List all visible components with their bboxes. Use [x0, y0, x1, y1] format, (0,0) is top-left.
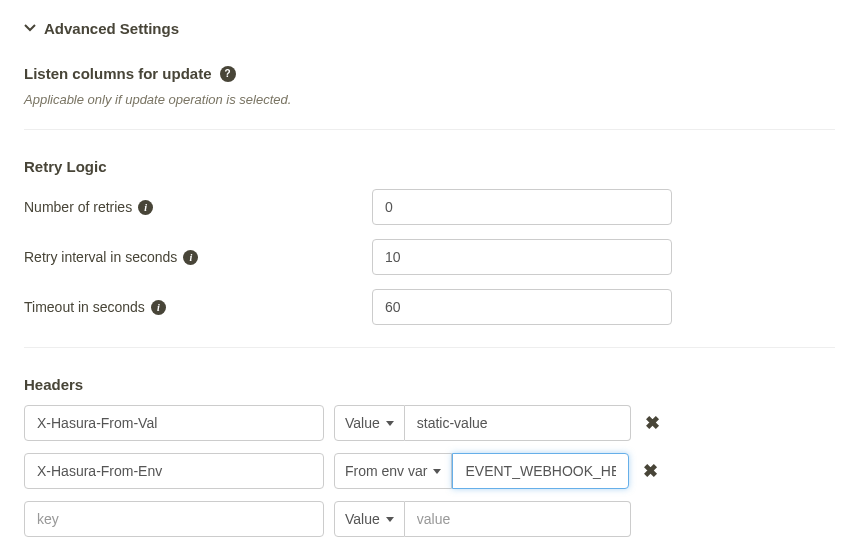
num-retries-input[interactable] — [372, 189, 672, 225]
remove-icon[interactable]: ✖ — [639, 460, 662, 482]
header-row: Value — [24, 501, 835, 537]
header-type-dropdown[interactable]: Value — [334, 405, 405, 441]
retry-logic-title: Retry Logic — [24, 158, 107, 175]
retry-interval-label: Retry interval in seconds — [24, 249, 177, 265]
listen-columns-hint: Applicable only if update operation is s… — [24, 92, 835, 107]
listen-columns-title: Listen columns for update — [24, 65, 212, 82]
advanced-settings-title: Advanced Settings — [44, 20, 179, 37]
caret-down-icon — [386, 517, 394, 522]
timeout-label: Timeout in seconds — [24, 299, 145, 315]
help-icon[interactable] — [220, 66, 236, 82]
divider — [24, 347, 835, 348]
divider — [24, 129, 835, 130]
header-value-input[interactable] — [405, 405, 631, 441]
header-key-input[interactable] — [24, 501, 324, 537]
info-icon[interactable] — [151, 300, 166, 315]
header-key-input[interactable] — [24, 453, 324, 489]
caret-down-icon — [386, 421, 394, 426]
advanced-settings-toggle[interactable]: Advanced Settings — [24, 20, 835, 37]
header-value-input[interactable] — [405, 501, 631, 537]
remove-icon[interactable]: ✖ — [641, 412, 664, 434]
header-row: From env var ✖ — [24, 453, 835, 489]
info-icon[interactable] — [183, 250, 198, 265]
info-icon[interactable] — [138, 200, 153, 215]
header-row: Value ✖ — [24, 405, 835, 441]
header-type-label: Value — [345, 511, 380, 527]
num-retries-label: Number of retries — [24, 199, 132, 215]
caret-down-icon — [433, 469, 441, 474]
header-value-input[interactable] — [452, 453, 629, 489]
header-type-label: From env var — [345, 463, 427, 479]
header-type-label: Value — [345, 415, 380, 431]
timeout-input[interactable] — [372, 289, 672, 325]
chevron-down-icon — [24, 22, 36, 36]
header-key-input[interactable] — [24, 405, 324, 441]
retry-interval-input[interactable] — [372, 239, 672, 275]
headers-title: Headers — [24, 376, 83, 393]
header-type-dropdown[interactable]: Value — [334, 501, 405, 537]
header-type-dropdown[interactable]: From env var — [334, 453, 452, 489]
